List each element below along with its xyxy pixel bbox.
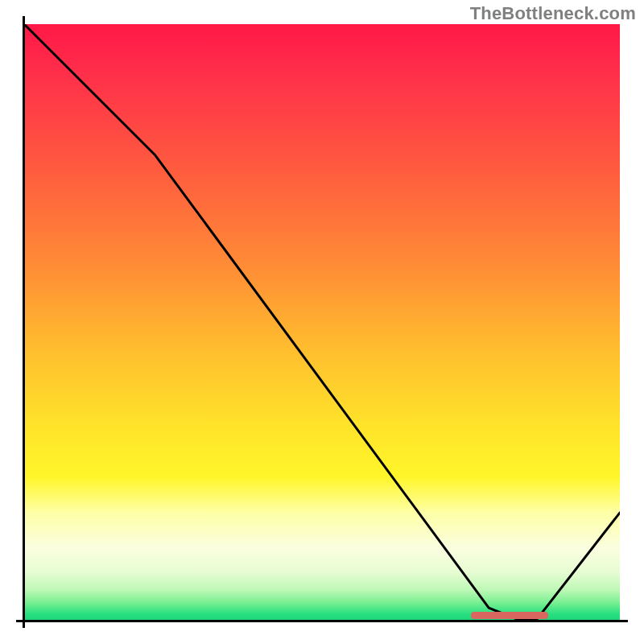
- chart-container: TheBottleneck.com: [0, 0, 644, 644]
- optimal-range-highlight: [471, 612, 548, 619]
- plot-area: [24, 24, 620, 620]
- x-axis: [16, 620, 628, 622]
- watermark-text: TheBottleneck.com: [470, 3, 636, 24]
- y-axis: [23, 16, 25, 628]
